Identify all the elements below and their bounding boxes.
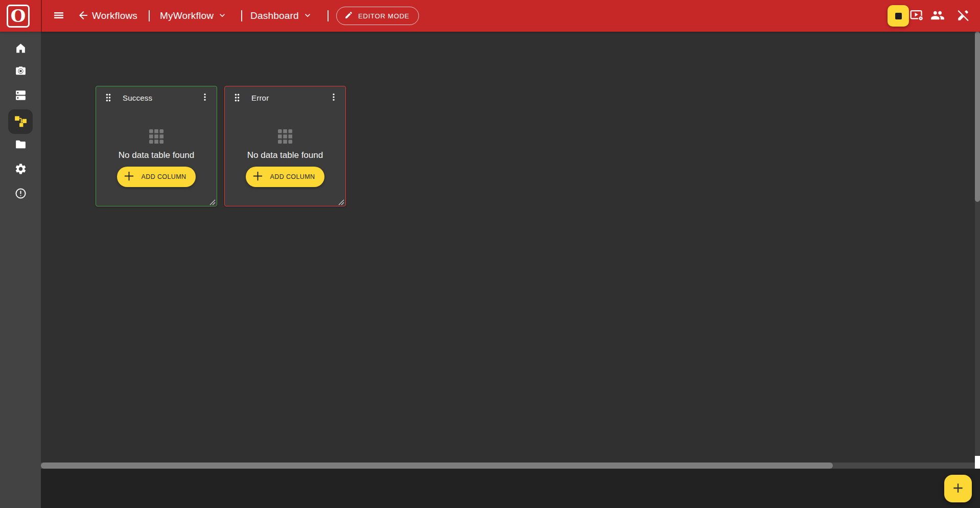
stop-icon: [895, 13, 902, 19]
dashboard-selector[interactable]: Dashboard: [250, 0, 313, 32]
logo-letter: O: [11, 7, 26, 25]
dashboard-canvas: Success No data ta: [41, 32, 975, 469]
vertical-scrollbar-thumb[interactable]: [975, 32, 980, 202]
pencil-icon: [344, 11, 353, 21]
workflow-schema-icon: [14, 114, 27, 129]
header-divider: [41, 0, 42, 32]
widget-card-success: Success No data ta: [96, 86, 217, 206]
app-window: O Workflows MyWorkflow Dashboard: [0, 0, 980, 508]
camera-icon: [14, 64, 27, 79]
folder-icon: [14, 138, 27, 153]
plus-icon: [252, 170, 264, 183]
arrow-back-icon: [77, 9, 89, 23]
video-settings-button[interactable]: [909, 8, 924, 24]
resize-handle[interactable]: [338, 198, 344, 205]
add-widget-fab[interactable]: [944, 475, 972, 502]
kebab-menu-icon: [329, 92, 339, 104]
sidebar-item-dns[interactable]: [8, 84, 33, 108]
empty-state-text: No data table found: [247, 150, 323, 160]
data-table-grid-icon: [149, 129, 164, 146]
sidebar: [0, 32, 41, 508]
drag-handle-icon[interactable]: [103, 92, 114, 103]
app-logo: O: [7, 5, 30, 28]
card-header: Error: [225, 86, 345, 109]
sidebar-item-home[interactable]: [8, 37, 33, 61]
plus-icon: [951, 481, 965, 496]
settings-gear-icon: [14, 163, 27, 177]
editor-mode-button[interactable]: EDITOR MODE: [336, 7, 419, 25]
drag-handle-icon[interactable]: [231, 92, 243, 103]
stop-button[interactable]: [888, 5, 909, 27]
sidebar-item-folder[interactable]: [8, 133, 33, 157]
horizontal-scrollbar-thumb[interactable]: [41, 463, 833, 469]
chevron-down-icon: [302, 10, 313, 23]
view-name-label: Dashboard: [250, 10, 299, 21]
video-settings-icon: [910, 9, 924, 23]
breadcrumb-section[interactable]: Workflows: [92, 0, 137, 32]
add-column-label: ADD COLUMN: [141, 173, 186, 180]
sidebar-item-camera[interactable]: [8, 59, 33, 84]
add-column-label: ADD COLUMN: [270, 173, 315, 180]
add-column-button[interactable]: ADD COLUMN: [117, 167, 195, 187]
home-icon: [14, 42, 27, 57]
edit-off-icon: [956, 9, 970, 24]
card-menu-button[interactable]: [199, 91, 211, 104]
card-title: Error: [251, 94, 269, 102]
bottom-bar: [41, 469, 980, 508]
app-header: O Workflows MyWorkflow Dashboard: [0, 0, 980, 32]
hamburger-menu-button[interactable]: [52, 9, 66, 23]
dns-list-icon: [14, 89, 27, 104]
breadcrumb-separator: [241, 10, 242, 21]
card-header: Success: [96, 86, 217, 109]
workflow-name-label: MyWorkflow: [160, 10, 214, 21]
sidebar-item-alerts[interactable]: [8, 182, 33, 206]
breadcrumb-separator: [149, 10, 150, 21]
card-body: No data table found ADD COLUMN: [96, 109, 217, 187]
card-menu-button[interactable]: [328, 91, 340, 104]
users-button[interactable]: [930, 8, 945, 24]
hamburger-menu-icon: [53, 9, 65, 23]
sidebar-item-workflows[interactable]: [8, 109, 33, 134]
chevron-down-icon: [217, 10, 227, 23]
sidebar-item-settings[interactable]: [8, 157, 33, 182]
workflow-selector[interactable]: MyWorkflow: [160, 0, 227, 32]
users-icon: [930, 8, 945, 24]
breadcrumb-separator: [328, 10, 329, 21]
editor-mode-label: EDITOR MODE: [358, 12, 409, 20]
data-table-grid-icon: [278, 129, 292, 146]
add-column-button[interactable]: ADD COLUMN: [246, 167, 324, 187]
error-alert-icon: [14, 187, 27, 202]
breadcrumb-section-label: Workflows: [92, 10, 137, 21]
card-title: Success: [123, 94, 152, 102]
widget-card-error: Error No data tabl: [224, 86, 346, 206]
plus-icon: [123, 170, 135, 183]
scrollbar-corner: [975, 456, 980, 469]
kebab-menu-icon: [200, 92, 210, 104]
resize-handle[interactable]: [209, 198, 216, 205]
empty-state-text: No data table found: [119, 150, 194, 160]
card-body: No data table found ADD COLUMN: [225, 109, 345, 187]
edit-off-button[interactable]: [955, 8, 971, 24]
back-button[interactable]: [76, 9, 90, 23]
